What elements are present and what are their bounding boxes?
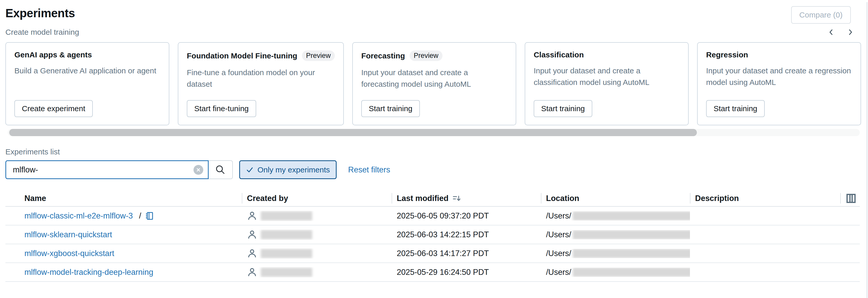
create-model-training-bar: Create model training xyxy=(0,24,868,36)
user-icon xyxy=(247,229,257,240)
location-cell: /Users/ xyxy=(541,211,690,220)
table-row: mlflow-xgboost-quickstart 2025-06-03 14:… xyxy=(5,244,860,263)
experiments-table: Name Created by Last modified Location D… xyxy=(5,190,860,282)
redacted-location-path xyxy=(573,268,690,277)
chevron-left-icon xyxy=(827,28,835,36)
preview-badge: Preview xyxy=(410,50,442,61)
column-header-description[interactable]: Description xyxy=(690,190,840,206)
search-icon xyxy=(215,164,226,175)
experiment-link[interactable]: mlflow-model-tracking-deep-learning xyxy=(24,268,153,277)
card-title: Classification xyxy=(534,50,584,59)
training-cards-carousel: GenAI apps & agents Build a Generative A… xyxy=(0,42,868,125)
preview-badge: Preview xyxy=(302,50,335,61)
location-cell: /Users/ xyxy=(541,230,690,239)
create-experiment-button[interactable]: Create experiment xyxy=(14,100,93,117)
table-header-row: Name Created by Last modified Location D… xyxy=(5,190,860,207)
column-header-last-modified[interactable]: Last modified xyxy=(392,190,541,206)
page-title: Experiments xyxy=(5,6,75,20)
carousel-scrollbar-thumb[interactable] xyxy=(9,129,697,136)
table-row: mlflow-classic-ml-e2e-mlflow-3 / 2025-06… xyxy=(5,207,860,225)
carousel-next-button[interactable] xyxy=(846,28,855,36)
start-training-button[interactable]: Start training xyxy=(534,100,592,117)
toggle-label: Only my experiments xyxy=(257,165,330,174)
table-row: mlflow-sklearn-quickstart 2025-06-03 14:… xyxy=(5,225,860,244)
card-description: Input your dataset and create a classifi… xyxy=(534,65,667,88)
card-description: Input your dataset and create a regressi… xyxy=(706,65,852,88)
name-separator: / xyxy=(139,211,141,220)
experiment-link[interactable]: mlflow-sklearn-quickstart xyxy=(24,230,112,239)
last-modified-cell: 2025-05-29 16:24:50 PDT xyxy=(392,268,541,277)
search-input-wrapper xyxy=(5,160,209,179)
redacted-creator-name xyxy=(261,268,312,277)
redacted-location-path xyxy=(573,249,690,258)
column-header-created-by[interactable]: Created by xyxy=(242,190,392,206)
column-selector-button[interactable] xyxy=(845,193,857,204)
last-modified-cell: 2025-06-05 09:37:20 PDT xyxy=(392,211,541,220)
filter-bar: Only my experiments Reset filters xyxy=(5,160,868,179)
close-icon xyxy=(196,167,201,172)
user-icon xyxy=(247,248,257,259)
card-title: Foundation Model Fine-tuning xyxy=(187,52,297,60)
card-genai-apps: GenAI apps & agents Build a Generative A… xyxy=(5,42,169,125)
redacted-location-path xyxy=(573,211,690,220)
last-modified-cell: 2025-06-03 14:22:15 PDT xyxy=(392,230,541,239)
right-panel-edge-divider xyxy=(867,2,867,298)
redacted-creator-name xyxy=(261,230,312,239)
card-description: Input your dataset and create a forecast… xyxy=(361,66,495,90)
table-row: mlflow-model-tracking-deep-learning 2025… xyxy=(5,263,860,282)
location-prefix: /Users/ xyxy=(546,268,571,277)
column-header-settings xyxy=(840,190,860,206)
card-forecasting: Forecasting Preview Input your dataset a… xyxy=(352,42,516,125)
compare-button[interactable]: Compare (0) xyxy=(791,6,851,24)
carousel-nav xyxy=(827,28,855,36)
column-header-name[interactable]: Name xyxy=(5,190,242,206)
reset-filters-link[interactable]: Reset filters xyxy=(348,165,390,174)
page-header: Experiments Compare (0) xyxy=(0,0,868,24)
experiments-list-label: Experiments list xyxy=(5,147,868,156)
notebook-icon[interactable] xyxy=(145,211,154,220)
location-prefix: /Users/ xyxy=(546,249,571,258)
card-title: Regression xyxy=(706,50,748,59)
create-model-training-label: Create model training xyxy=(5,28,79,36)
sort-descending-icon xyxy=(452,194,462,203)
carousel-prev-button[interactable] xyxy=(827,28,835,36)
clear-search-button[interactable] xyxy=(193,165,203,175)
experiment-link[interactable]: mlflow-xgboost-quickstart xyxy=(24,249,114,258)
carousel-scrollbar-track[interactable] xyxy=(8,129,860,136)
start-training-button[interactable]: Start training xyxy=(361,100,420,117)
check-icon xyxy=(246,166,254,173)
search-button[interactable] xyxy=(209,160,233,179)
location-prefix: /Users/ xyxy=(546,230,571,239)
card-title: GenAI apps & agents xyxy=(14,50,92,59)
start-training-button[interactable]: Start training xyxy=(706,100,765,117)
user-icon xyxy=(247,211,257,221)
columns-icon xyxy=(845,193,857,204)
experiment-link[interactable]: mlflow-classic-ml-e2e-mlflow-3 xyxy=(24,211,133,220)
card-classification: Classification Input your dataset and cr… xyxy=(525,42,689,125)
card-title: Forecasting xyxy=(361,52,405,60)
redacted-creator-name xyxy=(261,211,312,220)
card-regression: Regression Input your dataset and create… xyxy=(697,42,861,125)
search-input[interactable] xyxy=(12,165,193,175)
location-cell: /Users/ xyxy=(541,268,690,277)
location-prefix: /Users/ xyxy=(546,211,571,220)
redacted-creator-name xyxy=(261,249,312,258)
location-cell: /Users/ xyxy=(541,249,690,258)
column-header-location[interactable]: Location xyxy=(541,190,690,206)
card-description: Build a Generative AI application or age… xyxy=(14,65,160,76)
chevron-right-icon xyxy=(846,28,855,36)
redacted-location-path xyxy=(573,230,690,239)
user-icon xyxy=(247,267,257,277)
only-my-experiments-toggle[interactable]: Only my experiments xyxy=(239,160,337,179)
card-description: Fine-tune a foundation model on your dat… xyxy=(187,66,320,90)
last-modified-cell: 2025-06-03 14:17:27 PDT xyxy=(392,249,541,258)
start-fine-tuning-button[interactable]: Start fine-tuning xyxy=(187,100,256,117)
card-foundation-model-fine-tuning: Foundation Model Fine-tuning Preview Fin… xyxy=(178,42,344,125)
